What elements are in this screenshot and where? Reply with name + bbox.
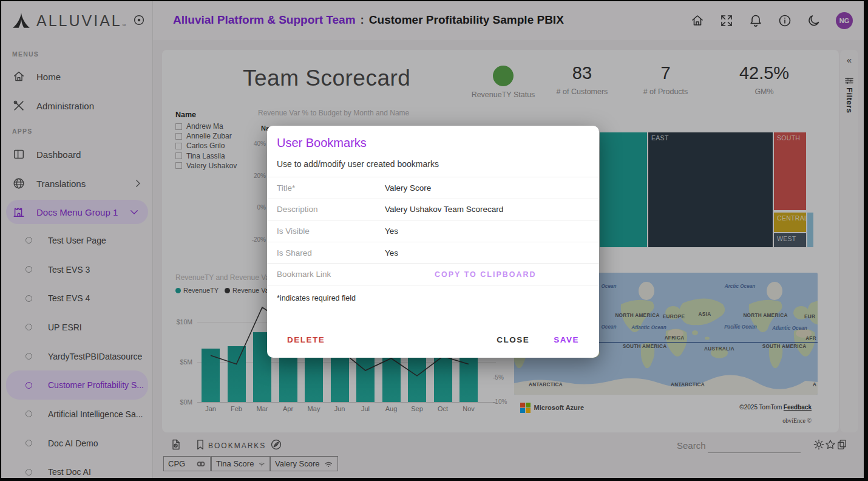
dialog-field-row: Is SharedYes: [267, 242, 599, 264]
dialog-actions: DELETE CLOSE SAVE: [287, 335, 579, 344]
required-field-note: *indicates required field: [267, 285, 599, 302]
save-button[interactable]: SAVE: [554, 335, 579, 344]
field-label: Is Shared: [267, 248, 385, 258]
dialog-subtitle: Use to add/modify user created bookmarks: [277, 159, 589, 169]
field-label: Description: [267, 205, 385, 214]
dialog-title: User Bookmarks: [277, 136, 589, 150]
close-button[interactable]: CLOSE: [497, 335, 529, 344]
field-value[interactable]: Yes: [385, 227, 398, 236]
user-bookmarks-dialog: User Bookmarks Use to add/modify user cr…: [267, 126, 599, 358]
delete-button[interactable]: DELETE: [287, 335, 325, 344]
field-label: Bookmark Link: [267, 270, 385, 279]
field-label: Title*: [267, 183, 385, 193]
dialog-field-row: Title*Valery Score: [267, 177, 599, 199]
copy-to-clipboard-button[interactable]: COPY TO CLIPBOARD: [435, 270, 537, 279]
dialog-header: User Bookmarks Use to add/modify user cr…: [267, 126, 599, 177]
dialog-field-row: Bookmark LinkCOPY TO CLIPBOARD: [267, 264, 599, 285]
field-value[interactable]: Yes: [385, 248, 398, 258]
dialog-field-row: Is VisibleYes: [267, 220, 599, 242]
field-value[interactable]: Valery Score: [385, 183, 431, 193]
app-window: ALLUVIAL ℠ MENUS Home Administration APP…: [0, 0, 868, 481]
dialog-field-row: DescriptionValery Ushakov Team Scorecard: [267, 199, 599, 221]
field-value[interactable]: Valery Ushakov Team Scorecard: [385, 205, 503, 214]
dialog-fields: Title*Valery ScoreDescriptionValery Usha…: [267, 177, 599, 285]
app-surface: ALLUVIAL ℠ MENUS Home Administration APP…: [1, 1, 864, 478]
field-label: Is Visible: [267, 227, 385, 236]
